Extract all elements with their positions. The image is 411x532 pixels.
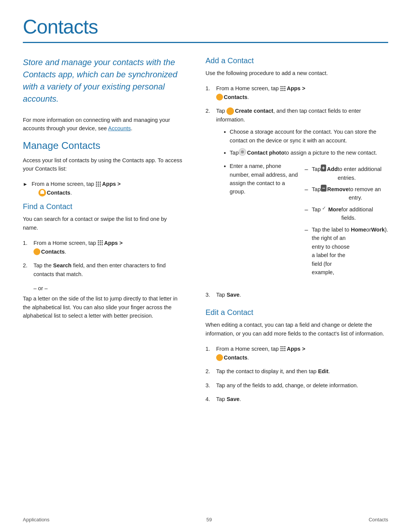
find-contact-steps: 1. From a Home screen, tap Apps > Contac… [23,239,183,278]
contacts-icon [38,189,46,197]
page-container: Contacts Store and manage your contacts … [0,0,411,532]
add-step-3: 3. Tap Save. [206,291,388,299]
find-contact-heading: Find a Contact [23,202,183,211]
or-text: – or – [33,285,183,291]
find-contact-description: You can search for a contact or swipe th… [23,215,183,232]
dash-item-label: Tap the label to the right of an entry t… [304,225,388,277]
bullet-2: Tap Contact photo to assign a picture to… [224,149,388,158]
bullet-1: Choose a storage account for the contact… [224,128,388,145]
contacts-icon-4 [216,354,223,361]
footer-right: Contacts [369,517,388,522]
edit-step-4: 4. Tap Save. [206,395,388,403]
page-title: Contacts [23,15,388,38]
intro-text: Store and manage your contacts with the … [23,56,183,105]
dash-item-more: Tap ✓More for additional fields. [304,205,388,222]
apps-grid-icon-2 [97,240,104,246]
add-contact-description: Use the following procedure to add a new… [206,69,388,77]
edit-step-1: 1. From a Home screen, tap Apps > Contac… [206,345,388,362]
page-footer: Applications 59 Contacts [0,517,411,522]
page-header: Contacts [0,0,411,38]
bullet-3: Enter a name, phone number, email addres… [224,162,388,281]
contacts-icon-3 [216,94,223,101]
accounts-reference: For more information on connecting with … [23,116,183,133]
dash-item-add: Tap + Add to enter additional entries. [304,165,388,182]
more-icon: ✓ [321,205,328,212]
contacts-icon-2 [33,248,40,255]
manage-contacts-step: ► From a Home screen, tap Apps > Contact… [23,180,183,197]
manage-contacts-description: Access your list of contacts by using th… [23,156,183,173]
add-contact-bullets: Choose a storage account for the contact… [224,128,388,281]
accounts-link[interactable]: Accounts [108,125,131,131]
dash-sub-list: Tap + Add to enter additional entries. T… [304,165,388,280]
minus-icon: − [321,185,327,192]
create-contact-icon [226,107,234,115]
left-column: Store and manage your contacts with the … [23,56,183,410]
arrow-icon: ► [23,181,28,188]
find-contact-or-description: Tap a letter on the side of the list to … [23,294,183,320]
contact-photo-icon [239,148,246,156]
add-contact-steps: 1. From a Home screen, tap Apps > Contac… [206,84,388,299]
manage-contacts-heading: Manage Contacts [23,140,183,152]
add-step-1: 1. From a Home screen, tap Apps > Contac… [206,84,388,101]
add-step-2: 2. Tap Create contact, and then tap cont… [206,107,388,285]
edit-contact-description: When editing a contact, you can tap a fi… [206,321,388,338]
plus-icon: + [321,165,326,171]
apps-grid-icon-4 [280,346,286,352]
footer-left: Applications [23,517,49,522]
find-step-2: 2. Tap the Search field, and then enter … [23,261,183,278]
edit-step-2: 2. Tap the contact to display it, and th… [206,367,388,375]
right-column: Add a Contact Use the following procedur… [206,56,388,410]
add-contact-heading: Add a Contact [206,56,388,65]
find-step-1: 1. From a Home screen, tap Apps > Contac… [23,239,183,256]
edit-step-3: 3. Tap any of the fields to add, change,… [206,381,388,390]
edit-contact-heading: Edit a Contact [206,308,388,317]
footer-center: 59 [206,517,212,522]
edit-contact-steps: 1. From a Home screen, tap Apps > Contac… [206,345,388,403]
header-rule [23,42,388,43]
dash-item-remove: Tap −Remove to remove an entry. [304,185,388,202]
apps-grid-icon-3 [280,86,286,92]
two-col-layout: Store and manage your contacts with the … [0,56,411,410]
apps-grid-icon [96,181,102,187]
